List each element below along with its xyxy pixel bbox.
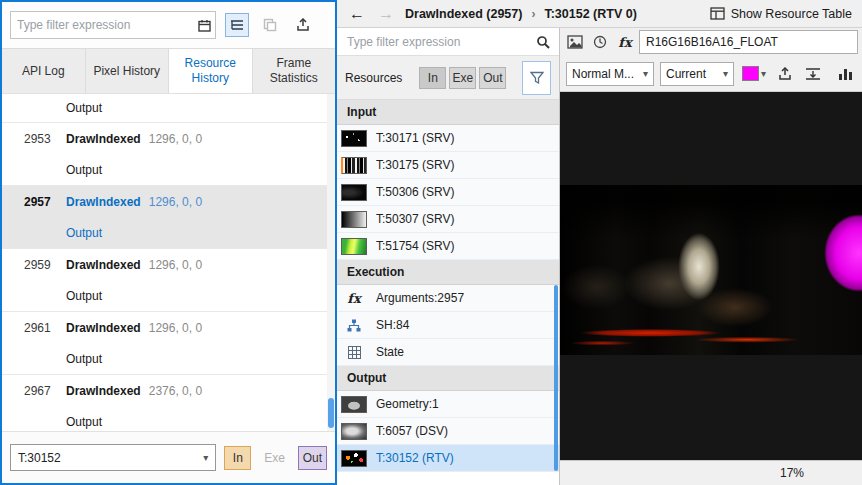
tab-pixel-history[interactable]: Pixel History: [86, 49, 170, 93]
resource-row-selected[interactable]: T:30152 (RTV): [337, 445, 559, 472]
color-swatch: [742, 66, 759, 81]
filter-in-label: In: [233, 451, 243, 465]
event-row[interactable]: 2959DrawIndexed1296, 0, 0 Output: [2, 249, 335, 312]
chevron-down-icon: ▾: [723, 68, 728, 79]
left-filter-input[interactable]: [11, 18, 193, 32]
event-row[interactable]: Output: [2, 94, 335, 123]
resource-select-combo[interactable]: T:30152 ▾: [10, 444, 216, 471]
event-list-scrollbar[interactable]: [327, 94, 335, 431]
tab-frame-statistics[interactable]: Frame Statistics: [253, 49, 336, 93]
histogram-icon[interactable]: [834, 63, 856, 85]
tree-view-toggle-icon[interactable]: [225, 13, 249, 37]
resource-row[interactable]: T:30175 (SRV): [337, 152, 559, 179]
resources-filter-input[interactable]: [341, 35, 531, 49]
section-header-output[interactable]: Output: [337, 366, 559, 391]
clock-icon[interactable]: [589, 31, 611, 53]
show-resource-table-label: Show Resource Table: [731, 7, 852, 21]
resource-row[interactable]: SH:84: [337, 312, 559, 339]
filter-exe-button[interactable]: Exe: [259, 446, 290, 470]
event-output-link[interactable]: Output: [66, 289, 102, 303]
breadcrumb-event[interactable]: DrawIndexed (2957): [405, 7, 522, 21]
color-picker-button[interactable]: ▾: [740, 62, 768, 86]
texture-info-row: fx R16G16B16A16_FLOAT: [560, 28, 862, 56]
texture-thumbnail: [341, 450, 367, 467]
filter-out-button[interactable]: Out: [298, 446, 327, 470]
resource-row[interactable]: State: [337, 339, 559, 366]
event-row[interactable]: 2961DrawIndexed1296, 0, 0 Output: [2, 312, 335, 375]
section-header-input[interactable]: Input: [337, 100, 559, 125]
section-header-execution[interactable]: Execution: [337, 260, 559, 285]
texture-canvas[interactable]: [560, 92, 862, 460]
filter-in-button[interactable]: In: [224, 446, 251, 470]
event-row[interactable]: 2967DrawIndexed2376, 0, 0 Output: [2, 375, 335, 431]
texture-format-value: R16G16B16A16_FLOAT: [646, 35, 778, 49]
tab-label: Resource History: [174, 56, 247, 86]
calendar-icon[interactable]: [193, 13, 215, 37]
search-icon[interactable]: [531, 30, 555, 54]
event-output-link[interactable]: Output: [66, 163, 102, 177]
texture-preview-image[interactable]: [560, 185, 862, 355]
left-bottom-bar: T:30152 ▾ In Exe Out: [2, 431, 335, 483]
resource-label: Arguments:2957: [376, 291, 464, 305]
tab-resource-history[interactable]: Resource History: [169, 49, 253, 93]
resource-label: T:30171 (SRV): [376, 131, 455, 145]
texture-thumbnail: [341, 396, 367, 413]
resources-filter-box: [337, 28, 559, 56]
display-mode-value: Normal M...: [572, 67, 634, 81]
resource-row[interactable]: T:50306 (SRV): [337, 179, 559, 206]
event-row-selected[interactable]: 2957DrawIndexed1296, 0, 0 Output: [2, 186, 335, 249]
toggle-in-button[interactable]: In: [419, 67, 446, 89]
resources-list: Input T:30171 (SRV) T:30175 (SRV) T:5030…: [337, 100, 559, 485]
chevron-down-icon: ▾: [203, 452, 208, 463]
event-id: 2961: [2, 321, 66, 335]
resource-label: SH:84: [376, 318, 409, 332]
mip-combo[interactable]: Current ▾: [660, 62, 734, 86]
scrollbar-handle[interactable]: [328, 398, 334, 428]
toggle-exe-button[interactable]: Exe: [449, 67, 476, 89]
export-icon[interactable]: [291, 13, 315, 37]
export-icon[interactable]: [774, 63, 796, 85]
copy-icon[interactable]: [258, 13, 282, 37]
toggle-exe-label: Exe: [453, 71, 474, 85]
image-icon[interactable]: [564, 31, 586, 53]
event-action: DrawIndexed: [66, 321, 141, 335]
event-params: 1296, 0, 0: [149, 321, 202, 335]
toggle-out-button[interactable]: Out: [479, 67, 506, 89]
toggle-in-label: In: [428, 71, 438, 85]
section-title: Input: [347, 105, 376, 119]
fx-icon[interactable]: fx: [614, 31, 636, 53]
filter-funnel-button[interactable]: [522, 61, 551, 95]
filter-exe-label: Exe: [264, 451, 285, 465]
event-output-link[interactable]: Output: [66, 226, 102, 240]
back-arrow-icon[interactable]: ←: [347, 6, 367, 22]
event-action: DrawIndexed: [66, 384, 141, 398]
show-resource-table-button[interactable]: Show Resource Table: [710, 7, 852, 21]
event-row[interactable]: 2953DrawIndexed1296, 0, 0 Output: [2, 123, 335, 186]
forward-arrow-icon[interactable]: →: [376, 6, 396, 22]
range-levels-icon[interactable]: [802, 63, 824, 85]
texture-thumbnail: [341, 238, 367, 255]
left-tab-bar: API Log Pixel History Resource History F…: [2, 48, 335, 94]
chevron-down-icon: ▾: [761, 68, 766, 79]
texture-thumbnail: [341, 423, 367, 440]
event-output-link[interactable]: Output: [66, 101, 102, 115]
breadcrumb-resource[interactable]: T:30152 (RTV 0): [544, 7, 636, 21]
resource-row[interactable]: T:50307 (SRV): [337, 206, 559, 233]
resource-row[interactable]: T:51754 (SRV): [337, 233, 559, 260]
resource-label: State: [376, 345, 404, 359]
event-id: 2953: [2, 132, 66, 146]
resource-row[interactable]: fxArguments:2957: [337, 285, 559, 312]
display-mode-combo[interactable]: Normal M... ▾: [566, 62, 654, 86]
event-output-link[interactable]: Output: [66, 352, 102, 366]
resource-row[interactable]: Geometry:1: [337, 391, 559, 418]
tab-api-log[interactable]: API Log: [2, 49, 86, 93]
event-output-link[interactable]: Output: [66, 415, 102, 429]
app-window: API Log Pixel History Resource History F…: [0, 0, 862, 485]
funnel-icon: [530, 71, 544, 85]
event-id: 2959: [2, 258, 66, 272]
event-params: 1296, 0, 0: [149, 258, 202, 272]
resources-scrollbar-handle[interactable]: [554, 285, 558, 471]
section-title: Execution: [347, 265, 404, 279]
resource-row[interactable]: T:6057 (DSV): [337, 418, 559, 445]
resource-row[interactable]: T:30171 (SRV): [337, 125, 559, 152]
